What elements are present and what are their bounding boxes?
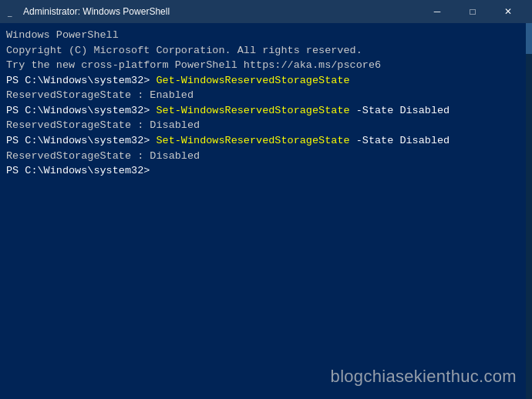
watermark: blogchiasekienthuc.com (331, 367, 517, 387)
terminal-line: Windows PowerShell (6, 28, 526, 43)
terminal-line: PS C:\Windows\system32> Set-WindowsReser… (6, 103, 526, 119)
svg-text:_: _ (7, 8, 12, 17)
terminal-line: ReservedStorageState : Enabled (6, 88, 526, 103)
terminal-output: Windows PowerShellCopyright (C) Microsof… (6, 28, 526, 179)
scrollbar-thumb[interactable] (526, 23, 532, 54)
terminal-line: PS C:\Windows\system32> Set-WindowsReser… (6, 133, 526, 149)
terminal-line: PS C:\Windows\system32> Get-WindowsReser… (6, 73, 526, 89)
terminal-body: Windows PowerShellCopyright (C) Microsof… (0, 23, 532, 399)
title-bar-controls: ─ □ ✕ (419, 0, 526, 23)
terminal-line: PS C:\Windows\system32> (6, 163, 526, 179)
terminal-line: ReservedStorageState : Disabled (6, 149, 526, 164)
maximize-button[interactable]: □ (455, 0, 490, 23)
terminal-line: Try the new cross-platform PowerShell ht… (6, 58, 526, 73)
title-bar-left: _ Administrator: Windows PowerShell (6, 5, 170, 18)
scrollbar[interactable] (526, 23, 532, 399)
title-bar: _ Administrator: Windows PowerShell ─ □ … (0, 0, 532, 23)
close-button[interactable]: ✕ (490, 0, 526, 23)
terminal-line: ReservedStorageState : Disabled (6, 118, 526, 133)
window-title: Administrator: Windows PowerShell (23, 6, 170, 17)
terminal-line: Copyright (C) Microsoft Corporation. All… (6, 43, 526, 59)
powershell-icon: _ (6, 5, 19, 18)
minimize-button[interactable]: ─ (419, 0, 455, 23)
